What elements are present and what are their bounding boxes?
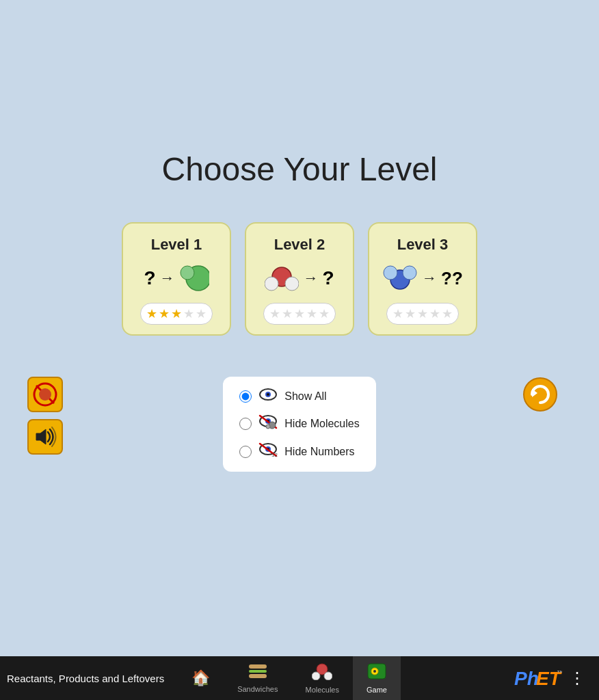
star-3: ★: [294, 306, 305, 321]
sound-button[interactable]: [27, 419, 63, 455]
level-3-visual: → ??: [382, 263, 463, 293]
sandwiches-icon: [248, 663, 268, 684]
hide-numbers-label: Hide Numbers: [284, 446, 354, 458]
svg-text:123: 123: [271, 452, 278, 457]
level-1-title: Level 1: [151, 236, 202, 254]
hide-numbers-option[interactable]: 123 Hide Numbers: [239, 442, 359, 461]
star-1: ★: [269, 306, 280, 321]
star-5: ★: [196, 306, 207, 321]
svg-point-3: [265, 277, 278, 291]
bottom-bar: Reactants, Products and Leftovers 🏠 Sand…: [0, 656, 599, 700]
visibility-panel: Show All Hide Molecules: [223, 377, 375, 472]
molecules-svg: [312, 662, 332, 680]
show-all-option[interactable]: Show All: [239, 388, 359, 405]
game-label: Game: [367, 686, 387, 694]
star-3: ★: [417, 306, 428, 321]
sandwich-svg: [248, 663, 268, 679]
level-1-card[interactable]: Level 1 ? → ★ ★ ★ ★ ★: [122, 222, 231, 336]
svg-text:™: ™: [557, 669, 562, 677]
level-3-title: Level 3: [397, 236, 449, 254]
star-2: ★: [282, 306, 293, 321]
molecules-tab[interactable]: Molecules: [291, 656, 353, 700]
hide-numbers-icon: 123: [258, 442, 278, 461]
level-2-visual: → ?: [265, 263, 334, 293]
level-2-right: ?: [322, 267, 334, 289]
hide-molecules-radio[interactable]: [239, 418, 252, 430]
refresh-icon: [522, 377, 558, 412]
hide-mol-svg: [258, 414, 278, 429]
eye-icon: [258, 388, 278, 405]
molecules-label: Molecules: [305, 686, 339, 694]
svg-point-10: [39, 388, 51, 401]
star-5: ★: [442, 306, 453, 321]
bottom-tabs: 🏠 Sandwiches Molecules: [178, 656, 401, 700]
phet-logo-svg: Ph ET ™: [514, 666, 562, 690]
svg-point-20: [266, 425, 270, 429]
svg-point-4: [285, 277, 299, 291]
svg-point-26: [524, 378, 557, 411]
svg-point-1: [181, 266, 194, 280]
molecules-icon: [312, 662, 332, 684]
star-5: ★: [319, 306, 330, 321]
main-content: Choose Your Level Level 1 ? → ★ ★ ★ ★ ★: [0, 0, 599, 472]
refresh-button[interactable]: [522, 377, 558, 412]
level-1-left: ?: [144, 267, 155, 289]
game-icon: [367, 662, 387, 684]
hide-molecules-label: Hide Molecules: [284, 418, 359, 430]
level-2-stars: ★ ★ ★ ★ ★: [263, 303, 336, 325]
hide-molecules-icon: [258, 414, 278, 433]
level-2-card[interactable]: Level 2 → ? ★ ★ ★ ★ ★: [245, 222, 354, 336]
no-symbol-button[interactable]: [27, 377, 63, 412]
sandwiches-tab[interactable]: Sandwiches: [224, 656, 291, 700]
level-2-title: Level 2: [274, 236, 325, 254]
svg-point-6: [384, 266, 397, 280]
level-1-molecule-icon: [179, 263, 209, 293]
svg-point-7: [403, 266, 416, 280]
home-tab[interactable]: 🏠: [178, 656, 224, 700]
svg-point-14: [267, 393, 269, 396]
show-all-radio[interactable]: [239, 390, 252, 403]
level-2-arrow: →: [303, 269, 318, 287]
star-2: ★: [405, 306, 416, 321]
page-title: Choose Your Level: [162, 150, 438, 188]
side-buttons: [27, 377, 63, 455]
star-4: ★: [429, 306, 440, 321]
hide-numbers-radio[interactable]: [239, 446, 252, 458]
level-3-right: ??: [441, 268, 463, 289]
menu-button[interactable]: ⋮: [562, 669, 592, 688]
svg-rect-30: [249, 674, 267, 678]
star-2: ★: [159, 306, 170, 321]
star-4: ★: [306, 306, 317, 321]
show-all-label: Show All: [284, 390, 326, 403]
sound-icon: [34, 427, 57, 447]
game-tab[interactable]: Game: [353, 656, 401, 700]
controls-area: Show All Hide Molecules: [0, 377, 599, 472]
level-2-molecule-icon: [265, 263, 299, 293]
level-3-arrow: →: [422, 269, 437, 287]
no-symbol-icon: [33, 382, 57, 407]
game-svg: [367, 662, 387, 680]
svg-marker-11: [36, 429, 46, 444]
star-3: ★: [171, 306, 182, 321]
svg-point-36: [373, 670, 376, 673]
star-1: ★: [392, 306, 403, 321]
star-1: ★: [146, 306, 157, 321]
phet-logo: Ph ET ™: [514, 666, 562, 690]
svg-text:Ph: Ph: [514, 668, 539, 689]
level-cards: Level 1 ? → ★ ★ ★ ★ ★ Level 2: [122, 222, 477, 336]
eye-svg: [259, 388, 277, 401]
level-3-molecule-icon: [382, 263, 418, 293]
level-3-card[interactable]: Level 3 → ?? ★ ★ ★ ★ ★: [368, 222, 477, 336]
level-1-arrow: →: [160, 269, 175, 287]
star-4: ★: [183, 306, 194, 321]
level-1-stars: ★ ★ ★ ★ ★: [140, 303, 213, 325]
hide-molecules-option[interactable]: Hide Molecules: [239, 414, 359, 433]
home-icon: 🏠: [191, 669, 210, 687]
svg-point-33: [324, 672, 332, 680]
svg-point-32: [312, 672, 320, 680]
hide-num-svg: 123: [258, 442, 278, 457]
level-1-visual: ? →: [144, 263, 209, 293]
app-title: Reactants, Products and Leftovers: [7, 673, 164, 684]
level-3-stars: ★ ★ ★ ★ ★: [386, 303, 459, 325]
svg-rect-28: [249, 664, 267, 669]
